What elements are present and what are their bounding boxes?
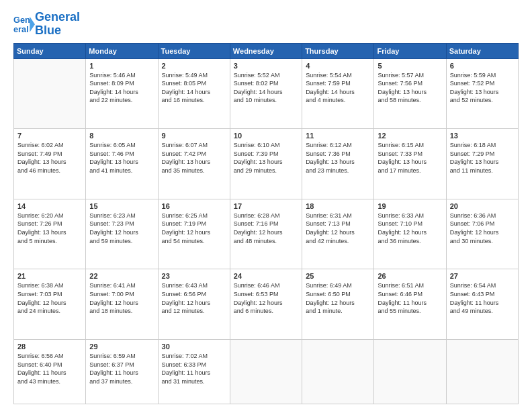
calendar-week-row: 28Sunrise: 6:56 AMSunset: 6:40 PMDayligh… <box>14 340 519 404</box>
weekday-header: Tuesday <box>158 43 230 58</box>
svg-marker-2 <box>30 17 35 32</box>
calendar-cell: 13Sunrise: 6:18 AMSunset: 7:29 PMDayligh… <box>446 129 518 199</box>
day-info: Sunrise: 5:59 AMSunset: 7:52 PMDaylight:… <box>450 71 515 105</box>
day-info: Sunrise: 6:43 AMSunset: 6:56 PMDaylight:… <box>162 281 226 315</box>
day-info: Sunrise: 5:46 AMSunset: 8:09 PMDaylight:… <box>89 71 154 105</box>
day-info: Sunrise: 7:02 AMSunset: 6:33 PMDaylight:… <box>162 352 226 385</box>
weekday-header: Wednesday <box>230 43 302 58</box>
weekday-header: Monday <box>86 43 158 58</box>
calendar-cell: 23Sunrise: 6:43 AMSunset: 6:56 PMDayligh… <box>158 269 230 340</box>
calendar-cell: 22Sunrise: 6:41 AMSunset: 7:00 PMDayligh… <box>86 269 158 340</box>
calendar-cell <box>374 340 446 404</box>
day-info: Sunrise: 6:46 AMSunset: 6:53 PMDaylight:… <box>234 281 298 315</box>
day-info: Sunrise: 6:18 AMSunset: 7:29 PMDaylight:… <box>450 141 515 175</box>
day-number: 24 <box>234 272 298 280</box>
day-number: 14 <box>17 202 82 210</box>
day-number: 13 <box>450 132 515 140</box>
day-number: 21 <box>17 272 82 280</box>
day-number: 8 <box>89 132 154 140</box>
calendar-cell: 12Sunrise: 6:15 AMSunset: 7:33 PMDayligh… <box>374 129 446 199</box>
weekday-header: Sunday <box>14 43 86 58</box>
day-number: 7 <box>17 132 82 140</box>
calendar-week-row: 1Sunrise: 5:46 AMSunset: 8:09 PMDaylight… <box>14 58 519 129</box>
calendar-cell: 29Sunrise: 6:59 AMSunset: 6:37 PMDayligh… <box>86 340 158 404</box>
logo: Gen eral General Blue <box>13 11 80 38</box>
calendar-cell: 6Sunrise: 5:59 AMSunset: 7:52 PMDaylight… <box>446 58 518 129</box>
day-number: 1 <box>89 62 154 70</box>
calendar-cell: 2Sunrise: 5:49 AMSunset: 8:05 PMDaylight… <box>158 58 230 129</box>
calendar-cell: 26Sunrise: 6:51 AMSunset: 6:46 PMDayligh… <box>374 269 446 340</box>
calendar-cell: 7Sunrise: 6:02 AMSunset: 7:49 PMDaylight… <box>14 129 86 199</box>
calendar-week-row: 7Sunrise: 6:02 AMSunset: 7:49 PMDaylight… <box>14 129 519 199</box>
weekday-header: Saturday <box>446 43 518 58</box>
day-number: 26 <box>378 272 442 280</box>
day-info: Sunrise: 6:41 AMSunset: 7:00 PMDaylight:… <box>89 281 154 315</box>
day-number: 10 <box>234 132 298 140</box>
calendar-cell <box>230 340 302 404</box>
calendar-cell: 28Sunrise: 6:56 AMSunset: 6:40 PMDayligh… <box>14 340 86 404</box>
weekday-header: Thursday <box>302 43 374 58</box>
calendar-cell <box>446 340 518 404</box>
day-info: Sunrise: 6:31 AMSunset: 7:13 PMDaylight:… <box>306 212 370 245</box>
calendar-cell: 10Sunrise: 6:10 AMSunset: 7:39 PMDayligh… <box>230 129 302 199</box>
day-info: Sunrise: 6:49 AMSunset: 6:50 PMDaylight:… <box>306 281 370 315</box>
calendar-cell: 11Sunrise: 6:12 AMSunset: 7:36 PMDayligh… <box>302 129 374 199</box>
day-info: Sunrise: 6:02 AMSunset: 7:49 PMDaylight:… <box>17 141 82 175</box>
day-info: Sunrise: 6:07 AMSunset: 7:42 PMDaylight:… <box>162 141 226 175</box>
day-info: Sunrise: 6:38 AMSunset: 7:03 PMDaylight:… <box>17 281 82 315</box>
day-info: Sunrise: 6:28 AMSunset: 7:16 PMDaylight:… <box>234 212 298 245</box>
day-number: 5 <box>378 62 442 70</box>
day-info: Sunrise: 5:54 AMSunset: 7:59 PMDaylight:… <box>306 71 370 105</box>
calendar-week-row: 14Sunrise: 6:20 AMSunset: 7:26 PMDayligh… <box>14 199 519 269</box>
day-number: 12 <box>378 132 442 140</box>
day-info: Sunrise: 5:49 AMSunset: 8:05 PMDaylight:… <box>162 71 226 105</box>
svg-text:Gen: Gen <box>13 15 30 25</box>
calendar-cell: 3Sunrise: 5:52 AMSunset: 8:02 PMDaylight… <box>230 58 302 129</box>
svg-text:eral: eral <box>13 24 29 34</box>
calendar-cell: 25Sunrise: 6:49 AMSunset: 6:50 PMDayligh… <box>302 269 374 340</box>
day-number: 29 <box>89 342 154 351</box>
page: Gen eral General Blue SundayMondayTuesda… <box>0 0 532 411</box>
calendar-cell: 1Sunrise: 5:46 AMSunset: 8:09 PMDaylight… <box>86 58 158 129</box>
calendar-cell: 21Sunrise: 6:38 AMSunset: 7:03 PMDayligh… <box>14 269 86 340</box>
day-number: 25 <box>306 272 370 280</box>
logo-text: General <box>35 11 80 24</box>
calendar-cell: 15Sunrise: 6:23 AMSunset: 7:23 PMDayligh… <box>86 199 158 269</box>
day-info: Sunrise: 5:52 AMSunset: 8:02 PMDaylight:… <box>234 71 298 105</box>
calendar-cell: 18Sunrise: 6:31 AMSunset: 7:13 PMDayligh… <box>302 199 374 269</box>
day-number: 15 <box>89 202 154 210</box>
logo-icon: Gen eral <box>13 12 35 36</box>
calendar-cell: 20Sunrise: 6:36 AMSunset: 7:06 PMDayligh… <box>446 199 518 269</box>
calendar-cell: 4Sunrise: 5:54 AMSunset: 7:59 PMDaylight… <box>302 58 374 129</box>
calendar-table: SundayMondayTuesdayWednesdayThursdayFrid… <box>13 43 519 404</box>
day-info: Sunrise: 6:59 AMSunset: 6:37 PMDaylight:… <box>89 352 154 385</box>
calendar-cell: 14Sunrise: 6:20 AMSunset: 7:26 PMDayligh… <box>14 199 86 269</box>
day-info: Sunrise: 6:15 AMSunset: 7:33 PMDaylight:… <box>378 141 442 175</box>
calendar-cell: 16Sunrise: 6:25 AMSunset: 7:19 PMDayligh… <box>158 199 230 269</box>
day-number: 17 <box>234 202 298 210</box>
weekday-header: Friday <box>374 43 446 58</box>
logo-text2: Blue <box>35 24 80 38</box>
day-number: 4 <box>306 62 370 70</box>
calendar-cell: 27Sunrise: 6:54 AMSunset: 6:43 PMDayligh… <box>446 269 518 340</box>
day-number: 19 <box>378 202 442 210</box>
calendar-cell: 17Sunrise: 6:28 AMSunset: 7:16 PMDayligh… <box>230 199 302 269</box>
day-number: 28 <box>17 342 82 351</box>
header: Gen eral General Blue <box>13 11 519 38</box>
calendar-cell <box>302 340 374 404</box>
day-info: Sunrise: 6:10 AMSunset: 7:39 PMDaylight:… <box>234 141 298 175</box>
day-info: Sunrise: 6:36 AMSunset: 7:06 PMDaylight:… <box>450 212 515 245</box>
day-number: 9 <box>162 132 226 140</box>
day-number: 20 <box>450 202 515 210</box>
day-number: 27 <box>450 272 515 280</box>
day-info: Sunrise: 5:57 AMSunset: 7:56 PMDaylight:… <box>378 71 442 105</box>
day-info: Sunrise: 6:25 AMSunset: 7:19 PMDaylight:… <box>162 212 226 245</box>
calendar-header-row: SundayMondayTuesdayWednesdayThursdayFrid… <box>14 43 519 58</box>
day-info: Sunrise: 6:12 AMSunset: 7:36 PMDaylight:… <box>306 141 370 175</box>
day-info: Sunrise: 6:54 AMSunset: 6:43 PMDaylight:… <box>450 281 515 315</box>
day-number: 11 <box>306 132 370 140</box>
calendar-cell: 30Sunrise: 7:02 AMSunset: 6:33 PMDayligh… <box>158 340 230 404</box>
calendar-cell <box>14 58 86 129</box>
day-number: 16 <box>162 202 226 210</box>
day-number: 30 <box>162 342 226 351</box>
